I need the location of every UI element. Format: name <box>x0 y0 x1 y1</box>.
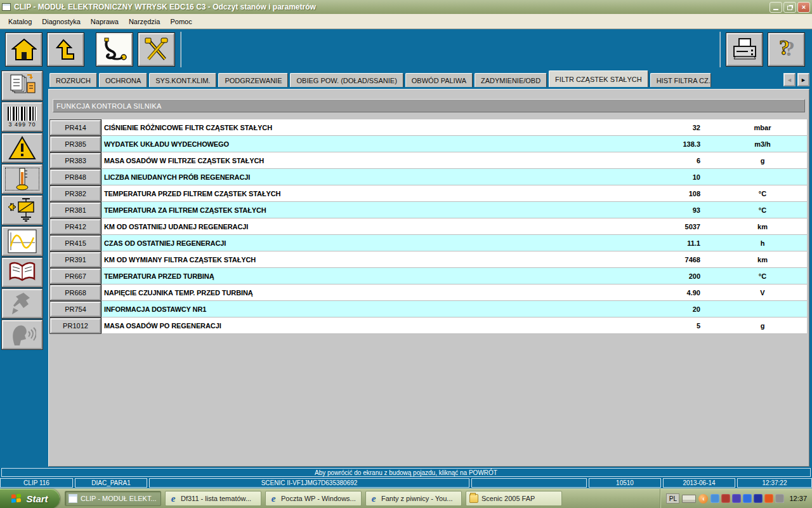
oscilloscope-button[interactable] <box>2 227 43 256</box>
tab-filtr-czastek-stalych[interactable]: FILTR CZĄSTEK STAŁYCH <box>549 70 648 87</box>
table-row: PR1012 MASA OSADÓW PO REGENERACJI 5 g <box>50 318 807 334</box>
taskbar-button-fanty[interactable]: Fanty z piwnicy - You... <box>365 491 462 506</box>
taskbar-button-poczta-wp[interactable]: Poczta WP - Windows... <box>265 491 362 506</box>
parameter-label: KM OD WYMIANY FILTRA CZĄSTEK STAŁYCH <box>102 256 610 264</box>
parameter-code-button[interactable]: PR412 <box>50 219 101 234</box>
network-activity-icon[interactable] <box>710 494 719 503</box>
tab-scroll-left-button[interactable]: ◄ <box>783 73 796 86</box>
display-settings-icon[interactable] <box>775 494 784 503</box>
parameter-value: 7468 <box>610 256 718 264</box>
parameter-code-button[interactable]: PR383 <box>50 153 101 168</box>
pin-icon <box>10 291 35 316</box>
parameter-label: MASA OSADÓW W FILTRZE CZĄSTEK STAŁYCH <box>102 157 610 164</box>
parameter-label: CIŚNIENIE RÓŻNICOWE FILTR CZĄSTEK STAŁYC… <box>102 124 610 131</box>
parameter-label: MASA OSADÓW PO REGENERACJI <box>102 322 610 330</box>
taskbar-button-scenic-folder[interactable]: Scenic 2005 FAP <box>466 491 562 506</box>
tab-obwod-paliwa[interactable]: OBWÓD PALIWA <box>405 73 473 87</box>
parameter-unit: g <box>718 157 807 164</box>
titlebar: CLIP - MODUŁ ELEKTRONICZNY WTRYSK EDC16 … <box>0 0 812 14</box>
table-row: PR414 CIŚNIENIE RÓŻNICOWE FILTR CZĄSTEK … <box>50 119 807 136</box>
start-button[interactable]: Start <box>0 489 60 508</box>
restore-button[interactable] <box>783 2 796 13</box>
parameters-button[interactable] <box>2 164 43 194</box>
tab-obieg-pow[interactable]: OBIEG POW. (DOŁAD/SSANIE) <box>290 73 403 87</box>
counter-cell: 10510 <box>589 478 661 488</box>
parameter-code-button[interactable]: PR754 <box>50 302 101 317</box>
actuator-test-button[interactable] <box>2 196 43 225</box>
menu-item[interactable]: Narzędzia <box>124 16 165 27</box>
part-number-button[interactable]: 3 499 70 <box>2 102 43 131</box>
up-button[interactable] <box>48 33 84 66</box>
taskbar-button-df311[interactable]: Df311 - lista tematów... <box>165 491 261 506</box>
taskbar-button-icon <box>469 494 478 503</box>
taskbar-button-icon <box>169 494 178 503</box>
parameter-code-button[interactable]: PR667 <box>50 269 101 284</box>
report-pages-icon <box>8 74 36 98</box>
tools-icon <box>143 37 170 62</box>
documentation-button[interactable] <box>2 258 43 287</box>
parameter-code-button[interactable]: PR668 <box>50 285 101 300</box>
diagnostic-button[interactable] <box>96 33 133 66</box>
tab-sys-kont-klim[interactable]: SYS.KONT.KLIM. <box>149 73 216 87</box>
faults-button[interactable] <box>2 133 43 163</box>
parameter-code-button[interactable]: PR1012 <box>50 318 101 333</box>
tab-ochrona[interactable]: OCHRONA <box>99 73 147 87</box>
parameter-code-button[interactable]: PR385 <box>50 137 101 152</box>
parameter-label: INFORMACJA DOSTAWCY NR1 <box>102 305 610 313</box>
windows-logo-icon <box>11 493 22 504</box>
reports-button[interactable] <box>2 71 43 100</box>
tab-podgrzewanie[interactable]: PODGRZEWANIE <box>218 73 288 87</box>
close-button[interactable]: × <box>797 2 810 13</box>
parameter-code-button[interactable]: PR382 <box>50 186 101 201</box>
updater-icon[interactable] <box>764 494 773 503</box>
menu-item[interactable]: Naprawa <box>86 16 123 27</box>
tab-scroll-right-button[interactable]: ► <box>797 73 809 86</box>
parameter-code-button[interactable]: PR381 <box>50 203 101 218</box>
barcode-digits: 3 499 70 <box>8 121 36 128</box>
vehicle-id-cell: SCENIC II-VF1JMG7D635380692 <box>149 478 469 488</box>
pin-button[interactable] <box>2 289 43 318</box>
network-offline-icon[interactable] <box>721 494 730 503</box>
stethoscope-icon <box>101 37 129 62</box>
parameter-label: NAPIĘCIE CZUJNIKA TEMP. PRZED TURBINĄ <box>102 289 610 297</box>
tab-zadymienie-obd[interactable]: ZADYMIENIE/OBD <box>475 73 547 87</box>
parameter-unit: V <box>718 289 807 297</box>
parameter-unit: °C <box>718 206 807 214</box>
parameter-label: KM OD OSTATNIEJ UDANEJ REGENERACJI <box>102 223 610 231</box>
workspace: ? ? <box>0 29 812 488</box>
parameter-value: 200 <box>610 272 718 280</box>
parameter-code-button[interactable]: PR391 <box>50 252 101 267</box>
barcode-icon <box>8 107 37 121</box>
minimize-button[interactable] <box>769 2 782 13</box>
taskbar-button-clip[interactable]: CLIP - MODUŁ ELEKT... <box>65 491 161 506</box>
screen-id-cell: DIAC_PARA1 <box>75 478 147 488</box>
voice-button[interactable] <box>2 320 43 349</box>
messenger-icon[interactable] <box>743 494 752 503</box>
print-button[interactable] <box>726 33 763 66</box>
parameter-unit: °C <box>718 190 807 197</box>
table-row: PR415 CZAS OD OSTATNIEJ REGENERACJI 11.1… <box>50 235 807 251</box>
menu-item[interactable]: Katalog <box>4 16 36 27</box>
keyboard-icon[interactable] <box>682 495 696 503</box>
time-cell: 12:37:22 <box>737 478 812 488</box>
tools-button[interactable] <box>138 33 174 66</box>
table-row: PR385 WYDATEK UKŁADU WYDECHOWEGO 138.3 m… <box>50 136 807 152</box>
parameter-label: TEMPERATURA ZA FILTREM CZĄSTEK STAŁYCH <box>102 206 610 214</box>
usb-device-icon[interactable] <box>732 494 741 503</box>
tab-hist-filtra-cz[interactable]: HIST FILTRA CZ. <box>650 73 711 87</box>
voice-icon <box>8 323 36 347</box>
parameter-code-button[interactable]: PR848 <box>50 170 101 185</box>
menu-item[interactable]: Pomoc <box>166 16 196 27</box>
help-button[interactable]: ? ? <box>768 33 804 66</box>
home-button[interactable] <box>6 33 42 66</box>
table-row: PR667 TEMPERATURA PRZED TURBINĄ 200 °C <box>50 268 807 284</box>
antivirus-icon[interactable] <box>754 494 763 503</box>
tab-rozruch[interactable]: ROZRUCH <box>49 73 97 87</box>
function-header: FUNKCJA KONTROLA SILNIKA <box>53 99 805 112</box>
table-row: PR668 NAPIĘCIE CZUJNIKA TEMP. PRZED TURB… <box>50 284 807 301</box>
menu-item[interactable]: Diagnostyka <box>37 16 85 27</box>
tray-collapse-chevron-icon[interactable]: ‹ <box>698 494 708 504</box>
language-indicator[interactable]: PL <box>666 493 679 504</box>
parameter-code-button[interactable]: PR415 <box>50 236 101 251</box>
parameter-code-button[interactable]: PR414 <box>50 120 101 135</box>
